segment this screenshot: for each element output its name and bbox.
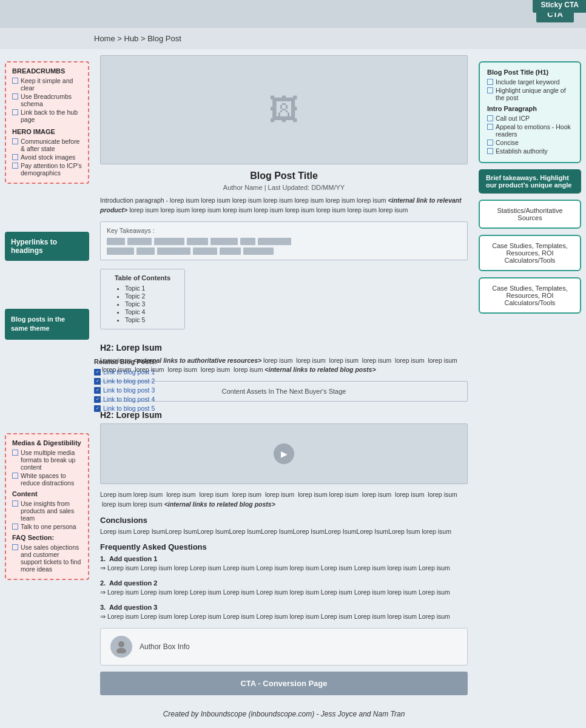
cta-conversion[interactable]: CTA - Conversion Page [100,672,468,695]
checkbox-icon [12,93,18,99]
second-body: Lorep isum lorep isum lorep isum lorep i… [100,490,468,510]
checkbox-checked-icon: ✓ [94,378,101,385]
h2-first: H2: Lorep Isum [100,343,468,352]
content-item-2: Talk to one persona [12,523,82,530]
checkbox-checked-icon: ✓ [94,369,101,376]
blog-posts-annotation: Blog posts in the same theme [5,309,89,340]
checkbox-icon [12,500,18,507]
faq-title: FAQ Section: [12,534,82,541]
faq-answer-3: ⇒ Lorep isum Lorep isum lorep Lorep isum… [100,612,468,622]
hero-image-section: HERO IMAGE Communicate before & after st… [12,128,82,177]
bar-block [220,248,241,255]
faq-item-2: 2. Add question 2 ⇒ Lorep isum Lorep isu… [100,579,468,598]
svg-point-1 [116,648,126,653]
person-icon [115,640,128,653]
takeaway-bars [107,238,461,255]
related-post-3[interactable]: ✓ Link to blog post 3 [94,386,191,394]
statistics-box: Statistics/Authoritative Sources [479,200,581,229]
key-takeaways-box: Key Takeaways : [100,221,468,260]
checkbox-icon [487,115,493,121]
spacer-2 [5,268,89,302]
intro-item-3: Concise [487,139,573,146]
checkbox-checked-icon: ✓ [94,387,101,394]
internal-link-related: <internal links to related blog posts> [264,366,376,373]
faq-question-2: 2. Add question 2 [100,579,468,587]
faq-item-1: Use sales objections and customer suppor… [12,544,82,573]
image-icon: 🖼 [269,92,299,127]
faq-section: FAQ Section: Use sales objections and cu… [12,534,82,573]
related-post-2[interactable]: ✓ Link to blog post 2 [94,377,191,385]
bar-block [210,238,238,245]
internal-link-product: <internal link to relevant product> [100,197,462,214]
hero-item-3: Pay attention to ICP's demographics [12,162,82,177]
breadcrumb-item-3: Link back to the hub page [12,109,82,123]
checkbox-icon [12,524,18,530]
svg-point-0 [118,641,124,647]
author-box: Author Box Info [100,628,468,666]
breadcrumbs-title: BREADCRUMBS [12,67,82,75]
brief-takeaways-annotation: Brief takeaways. Highlight our product's… [479,169,581,194]
related-posts-title: Related Blog Posts: [94,358,191,365]
checkbox-icon [487,79,493,85]
medias-annotation: Medias & Digestibility Use multiple medi… [5,433,89,580]
checkbox-icon [12,450,18,456]
spacer-3 [5,347,89,426]
hero-item-1: Communicate before & after state [12,138,82,152]
checkbox-icon [487,124,493,130]
intro-item-2: Appeal to emotions - Hook readers [487,123,573,138]
conclusions-heading: Conclusions [100,516,468,525]
top-bar: CTA ← Sticky CTA [0,0,586,28]
related-post-1[interactable]: ✓ Link to blog post 1 [94,368,191,376]
video-placeholder: ▶ [100,423,468,484]
related-posts-section: Related Blog Posts: ✓ Link to blog post … [94,358,191,414]
left-sidebar: BREADCRUMBS Keep it simple and clear Use… [0,55,94,722]
checkbox-icon [12,78,18,84]
author-text: Author Box Info [140,642,190,651]
breadcrumb-item-2: Use Breadcrumbs schema [12,93,82,107]
footer-text: Created by Inboundscope (inboundscope.co… [100,704,468,722]
h1-item-2: Highlight unique angle of the post [487,87,573,101]
checkbox-icon [12,473,18,479]
bar-block [154,238,184,245]
checkbox-icon [487,140,493,146]
hero-item-2: Avoid stock images [12,153,82,161]
bar-block [107,238,125,245]
faq-question-1: 1. Add question 1 [100,555,468,562]
faq-item-1: 1. Add question 1 ⇒ Lorep isum Lorep isu… [100,555,468,573]
case-studies-box-1: Case Studies, Templates, Resources, ROI … [479,235,581,271]
checkbox-icon [12,544,18,550]
bar-row-1 [107,238,461,245]
blog-meta: Author Name | Last Updated: DD/MM/YY [100,184,468,191]
bar-block [193,248,217,255]
bar-block [243,248,274,255]
medias-item-1: Use multiple media formats to break up c… [12,449,82,471]
toc-item-2: Topic 2 [125,292,177,300]
breadcrumb: Home > Hub > Blog Post [0,28,586,49]
faq-question-3: 3. Add question 3 [100,604,468,611]
bar-block [187,238,208,245]
hero-image-title: HERO IMAGE [12,128,82,135]
top-right-annotation: Blog Post Title (H1) Include target keyw… [479,61,581,163]
checkbox-icon [12,154,18,160]
checkbox-icon [12,163,18,169]
right-sidebar: Blog Post Title (H1) Include target keyw… [474,55,586,722]
bar-block [240,238,255,245]
blog-post-h1-label: Blog Post Title (H1) [487,69,573,76]
bar-row-2 [107,248,461,255]
medias-item-2: White spaces to reduce distractions [12,472,82,487]
toc-related-row: Table of Contents Topic 1 Topic 2 Topic … [100,269,468,334]
checkbox-icon [12,109,18,115]
toc-item-1: Topic 1 [125,285,177,292]
bar-block [107,248,134,255]
intro-paragraph-label: Intro Paragraph [487,105,573,112]
bar-block [258,238,291,245]
checkbox-icon [12,138,18,144]
related-post-4[interactable]: ✓ Link to blog post 4 [94,396,191,403]
breadcrumbs-annotation: BREADCRUMBS Keep it simple and clear Use… [5,61,89,184]
intro-item-1: Call out ICP [487,115,573,122]
related-post-5[interactable]: ✓ Link to blog post 5 [94,405,191,412]
hyperlinks-annotation: Hyperlinks to headings [5,232,89,261]
toc-box: Table of Contents Topic 1 Topic 2 Topic … [100,269,185,329]
key-takeaways-label: Key Takeaways : [107,227,461,234]
bar-block [127,238,152,245]
